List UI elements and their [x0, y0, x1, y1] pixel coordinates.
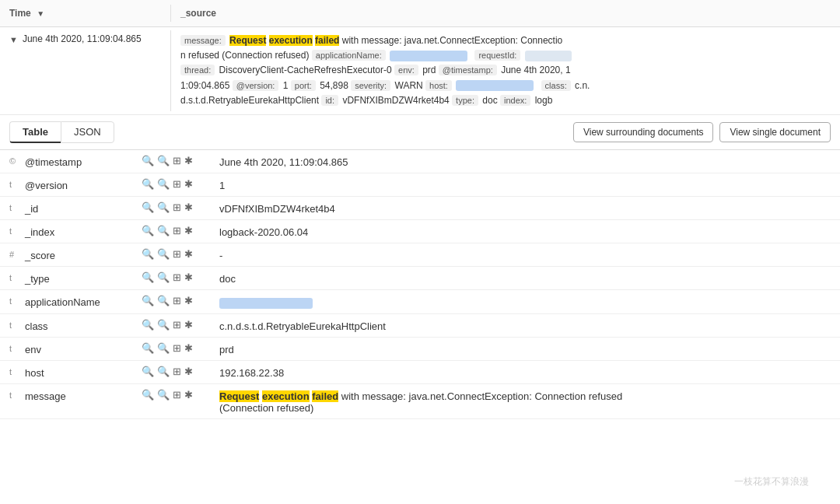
tab-table[interactable]: Table — [9, 121, 61, 143]
zoom-in-icon[interactable]: 🔍 — [142, 155, 154, 166]
table-row: t @version 🔍 🔍 ⊞ ✱ 1 — [0, 173, 840, 197]
row-type: © — [9, 155, 25, 166]
star-icon[interactable]: ✱ — [184, 155, 193, 166]
zoom-in-icon[interactable]: 🔍 — [142, 319, 154, 331]
star-icon[interactable]: ✱ — [184, 225, 193, 236]
star-icon[interactable]: ✱ — [184, 271, 193, 283]
log-time-cell: ▼ June 4th 2020, 11:09:04.865 — [0, 30, 171, 111]
log-row: ▼ June 4th 2020, 11:09:04.865 message: R… — [0, 27, 840, 115]
table-header: Time ▼ _source — [0, 0, 840, 27]
star-icon[interactable]: ✱ — [184, 248, 193, 260]
tabs-bar: Table JSON View surrounding documents Vi… — [0, 115, 840, 150]
row-value: June 4th 2020, 11:09:04.865 — [219, 155, 831, 168]
row-actions: 🔍 🔍 ⊞ ✱ — [142, 271, 219, 283]
grid-icon[interactable]: ⊞ — [173, 319, 181, 331]
zoom-out-icon[interactable]: 🔍 — [157, 248, 170, 260]
tabs-right: View surrounding documents View single d… — [573, 122, 831, 142]
row-actions: 🔍 🔍 ⊞ ✱ — [142, 225, 219, 236]
row-value: c.n.d.s.t.d.RetryableEurekaHttpClient — [219, 319, 831, 332]
row-name: host — [25, 366, 142, 379]
zoom-out-icon[interactable]: 🔍 — [157, 155, 170, 166]
message-highlight: Request execution failed — [229, 35, 342, 46]
star-icon[interactable]: ✱ — [184, 178, 193, 190]
row-type: # — [9, 248, 25, 259]
tabs-left: Table JSON — [9, 121, 114, 143]
index-label: index: — [500, 95, 530, 106]
zoom-in-icon[interactable]: 🔍 — [142, 271, 154, 283]
row-name: env — [25, 342, 142, 355]
row-name: @timestamp — [25, 155, 142, 168]
zoom-in-icon[interactable]: 🔍 — [142, 342, 154, 354]
zoom-in-icon[interactable]: 🔍 — [142, 178, 154, 190]
grid-icon[interactable]: ⊞ — [173, 389, 181, 401]
table-row: t _index 🔍 🔍 ⊞ ✱ logback-2020.06.04 — [0, 220, 840, 243]
grid-icon[interactable]: ⊞ — [173, 248, 181, 260]
table-row: t _id 🔍 🔍 ⊞ ✱ vDFNfXIBmDZW4rket4b4 — [0, 197, 840, 220]
table-row: # _score 🔍 🔍 ⊞ ✱ - — [0, 243, 840, 267]
zoom-in-icon[interactable]: 🔍 — [142, 201, 154, 213]
row-value: Request execution failed with message: j… — [219, 389, 831, 414]
star-icon[interactable]: ✱ — [184, 366, 193, 377]
time-column-header: Time ▼ — [0, 5, 171, 22]
class-label: class: — [541, 80, 571, 91]
grid-icon[interactable]: ⊞ — [173, 366, 181, 377]
zoom-in-icon[interactable]: 🔍 — [142, 366, 154, 377]
zoom-out-icon[interactable]: 🔍 — [157, 389, 170, 401]
grid-icon[interactable]: ⊞ — [173, 342, 181, 354]
star-icon[interactable]: ✱ — [184, 319, 193, 331]
row-type: t — [9, 342, 25, 353]
expand-arrow[interactable]: ▼ — [9, 35, 18, 44]
zoom-out-icon[interactable]: 🔍 — [157, 178, 170, 190]
zoom-out-icon[interactable]: 🔍 — [157, 201, 170, 213]
grid-icon[interactable]: ⊞ — [173, 201, 181, 213]
row-name: class — [25, 319, 142, 332]
data-table: © @timestamp 🔍 🔍 ⊞ ✱ June 4th 2020, 11:0… — [0, 150, 840, 419]
type-label: type: — [452, 95, 478, 106]
zoom-in-icon[interactable]: 🔍 — [142, 295, 154, 306]
row-type: t — [9, 201, 25, 212]
row-name: applicationName — [25, 295, 142, 308]
row-value: 192.168.22.38 — [219, 366, 831, 379]
row-actions: 🔍 🔍 ⊞ ✱ — [142, 201, 219, 213]
row-actions: 🔍 🔍 ⊞ ✱ — [142, 319, 219, 331]
star-icon[interactable]: ✱ — [184, 389, 193, 401]
view-surrounding-button[interactable]: View surrounding documents — [573, 122, 714, 142]
row-name: message — [25, 389, 142, 402]
zoom-in-icon[interactable]: 🔍 — [142, 389, 154, 401]
star-icon[interactable]: ✱ — [184, 201, 193, 213]
grid-icon[interactable]: ⊞ — [173, 271, 181, 283]
table-row: t message 🔍 🔍 ⊞ ✱ Request execution fail… — [0, 384, 840, 419]
grid-icon[interactable]: ⊞ — [173, 155, 181, 166]
view-single-button[interactable]: View single document — [719, 122, 831, 142]
row-name: _type — [25, 271, 142, 285]
table-row: © @timestamp 🔍 🔍 ⊞ ✱ June 4th 2020, 11:0… — [0, 150, 840, 173]
zoom-in-icon[interactable]: 🔍 — [142, 248, 154, 260]
zoom-out-icon[interactable]: 🔍 — [157, 366, 170, 377]
log-timestamp: June 4th 2020, 11:09:04.865 — [23, 33, 142, 44]
star-icon[interactable]: ✱ — [184, 295, 193, 306]
zoom-out-icon[interactable]: 🔍 — [157, 319, 170, 331]
star-icon[interactable]: ✱ — [184, 342, 193, 354]
table-row: t class 🔍 🔍 ⊞ ✱ c.n.d.s.t.d.RetryableEur… — [0, 314, 840, 338]
row-actions: 🔍 🔍 ⊞ ✱ — [142, 248, 219, 260]
zoom-in-icon[interactable]: 🔍 — [142, 225, 154, 236]
message-text: with message: java.net.ConnectException:… — [342, 35, 563, 46]
grid-icon[interactable]: ⊞ — [173, 178, 181, 190]
zoom-out-icon[interactable]: 🔍 — [157, 295, 170, 306]
grid-icon[interactable]: ⊞ — [173, 225, 181, 236]
tab-json[interactable]: JSON — [61, 121, 114, 143]
row-value — [219, 295, 831, 309]
zoom-out-icon[interactable]: 🔍 — [157, 342, 170, 354]
id-label: id: — [321, 95, 338, 106]
host-value-blurred — [456, 80, 534, 91]
zoom-out-icon[interactable]: 🔍 — [157, 271, 170, 283]
grid-icon[interactable]: ⊞ — [173, 295, 181, 306]
appname-label: applicationName: — [312, 50, 386, 61]
row-name: _index — [25, 225, 142, 238]
row-actions: 🔍 🔍 ⊞ ✱ — [142, 295, 219, 306]
host-label: host: — [425, 80, 452, 91]
row-type: t — [9, 225, 25, 236]
row-actions: 🔍 🔍 ⊞ ✱ — [142, 178, 219, 190]
row-value: doc — [219, 271, 831, 285]
zoom-out-icon[interactable]: 🔍 — [157, 225, 170, 236]
